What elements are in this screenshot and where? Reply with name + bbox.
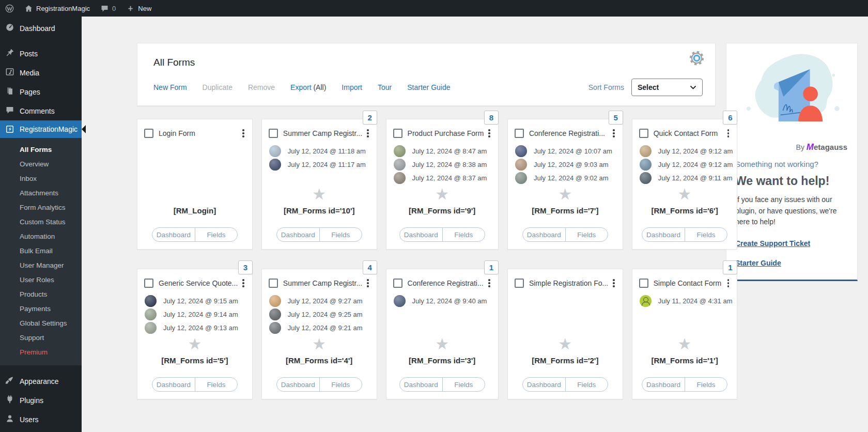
submission-count-badge[interactable]: 6 [723, 111, 737, 125]
action-export[interactable]: Export (All) [290, 83, 326, 91]
star-icon[interactable]: ★ [137, 336, 252, 353]
star-icon[interactable]: ★ [386, 336, 498, 353]
kebab-menu-icon[interactable] [487, 277, 492, 289]
sidebar-item-tools[interactable]: Tools [0, 429, 82, 432]
starter-guide-link[interactable]: Starter Guide [735, 259, 848, 267]
action-tour[interactable]: Tour [378, 83, 392, 91]
kebab-menu-icon[interactable] [611, 127, 616, 140]
sidebar-subitem-inbox[interactable]: Inbox [0, 172, 82, 186]
star-icon[interactable]: ★ [262, 336, 377, 353]
submission-count-badge[interactable]: 5 [609, 111, 623, 125]
fields-button[interactable]: Fields [565, 228, 608, 241]
dashboard-button[interactable]: Dashboard [400, 228, 442, 241]
fields-button[interactable]: Fields [195, 228, 237, 241]
form-checkbox[interactable] [639, 279, 648, 288]
entry-avatar[interactable] [515, 145, 527, 157]
entry-avatar[interactable] [269, 322, 281, 334]
entry-row[interactable]: July 12, 2024 @ 9:03 am [508, 158, 623, 172]
fields-button[interactable]: Fields [685, 228, 727, 241]
dashboard-button[interactable]: Dashboard [277, 228, 319, 241]
form-checkbox[interactable] [144, 129, 153, 138]
form-checkbox[interactable] [269, 129, 278, 138]
sidebar-subitem-form-analytics[interactable]: Form Analytics [0, 200, 82, 215]
entry-avatar[interactable] [515, 172, 527, 184]
entry-avatar[interactable] [640, 295, 652, 307]
sidebar-item-pages[interactable]: Pages [0, 82, 82, 101]
sidebar-subitem-payments[interactable]: Payments [0, 302, 82, 316]
sidebar-subitem-bulk-email[interactable]: Bulk Email [0, 244, 82, 258]
star-icon[interactable]: ★ [386, 186, 498, 204]
entry-avatar[interactable] [269, 308, 281, 320]
entry-row[interactable]: July 12, 2024 @ 9:40 am [386, 295, 498, 308]
entry-avatar[interactable] [515, 159, 527, 171]
comments-menu[interactable]: 0 [95, 0, 121, 17]
entry-row[interactable]: July 12, 2024 @ 10:07 am [508, 145, 623, 158]
sidebar-subitem-user-roles[interactable]: User Roles [0, 273, 82, 287]
entry-avatar[interactable] [394, 295, 406, 307]
form-checkbox[interactable] [515, 129, 524, 138]
entry-row[interactable]: July 12, 2024 @ 9:02 am [508, 172, 623, 185]
entry-avatar[interactable] [269, 295, 281, 307]
sidebar-subitem-products[interactable]: Products [0, 287, 82, 302]
star-icon[interactable]: ★ [262, 186, 377, 204]
star-icon[interactable]: ★ [508, 186, 623, 204]
star-icon[interactable]: ★ [508, 336, 623, 353]
sidebar-item-plugins[interactable]: Plugins [0, 391, 82, 410]
sidebar-item-posts[interactable]: Posts [0, 44, 82, 63]
entry-row[interactable]: July 12, 2024 @ 9:12 am [632, 145, 737, 158]
entry-row[interactable]: July 12, 2024 @ 9:15 am [137, 295, 252, 308]
dashboard-button[interactable]: Dashboard [400, 378, 442, 391]
entry-row[interactable]: July 12, 2024 @ 8:38 am [386, 158, 498, 172]
star-icon[interactable]: ★ [632, 336, 737, 353]
form-checkbox[interactable] [269, 279, 278, 288]
entry-avatar[interactable] [394, 159, 406, 171]
sidebar-item-dashboard[interactable]: Dashboard [0, 19, 82, 38]
dashboard-button[interactable]: Dashboard [152, 378, 195, 391]
gear-icon[interactable] [689, 50, 705, 68]
action-import[interactable]: Import [342, 83, 362, 91]
fields-button[interactable]: Fields [565, 378, 608, 391]
entry-avatar[interactable] [640, 159, 652, 171]
entry-avatar[interactable] [394, 172, 406, 184]
dashboard-button[interactable]: Dashboard [277, 378, 319, 391]
sidebar-subitem-global-settings[interactable]: Global Settings [0, 316, 82, 331]
entry-row[interactable]: July 12, 2024 @ 9:12 am [632, 158, 737, 172]
entry-avatar[interactable] [269, 145, 281, 157]
form-checkbox[interactable] [144, 279, 153, 288]
new-content-menu[interactable]: New [121, 0, 157, 17]
entry-row[interactable]: July 12, 2024 @ 9:27 am [262, 295, 377, 308]
kebab-menu-icon[interactable] [487, 127, 492, 140]
sidebar-subitem-attachments[interactable]: Attachments [0, 186, 82, 200]
entry-avatar[interactable] [394, 145, 406, 157]
dashboard-button[interactable]: Dashboard [642, 378, 685, 391]
form-checkbox[interactable] [515, 279, 524, 288]
kebab-menu-icon[interactable] [365, 277, 370, 289]
entry-row[interactable]: July 12, 2024 @ 9:11 am [632, 172, 737, 185]
sidebar-subitem-custom-status[interactable]: Custom Status [0, 215, 82, 229]
something-not-working-link[interactable]: Something not working? [735, 160, 848, 168]
kebab-menu-icon[interactable] [365, 127, 370, 140]
dashboard-button[interactable]: Dashboard [523, 378, 565, 391]
sidebar-subitem-automation[interactable]: Automation [0, 229, 82, 244]
sidebar-item-media[interactable]: Media [0, 63, 82, 82]
form-checkbox[interactable] [393, 279, 402, 288]
kebab-menu-icon[interactable] [726, 277, 731, 289]
entry-row[interactable]: July 12, 2024 @ 9:21 am [262, 321, 377, 335]
sidebar-subitem-all-forms[interactable]: All Forms [0, 143, 82, 157]
sidebar-subitem-user-manager[interactable]: User Manager [0, 258, 82, 273]
sidebar-subitem-support[interactable]: Support [0, 331, 82, 345]
form-checkbox[interactable] [393, 129, 402, 138]
dashboard-button[interactable]: Dashboard [642, 228, 685, 241]
submission-count-badge[interactable]: 1 [484, 260, 499, 274]
fields-button[interactable]: Fields [319, 378, 362, 391]
wordpress-logo-icon[interactable] [0, 0, 19, 17]
entry-row[interactable]: July 12, 2024 @ 11:17 am [262, 158, 377, 172]
entry-row[interactable]: July 12, 2024 @ 8:47 am [386, 145, 498, 158]
entry-avatar[interactable] [269, 159, 281, 171]
entry-row[interactable]: July 12, 2024 @ 9:14 am [137, 308, 252, 321]
sidebar-item-users[interactable]: Users [0, 410, 82, 429]
kebab-menu-icon[interactable] [241, 277, 246, 289]
form-checkbox[interactable] [639, 129, 648, 138]
entry-avatar[interactable] [145, 322, 157, 334]
fields-button[interactable]: Fields [442, 228, 485, 241]
